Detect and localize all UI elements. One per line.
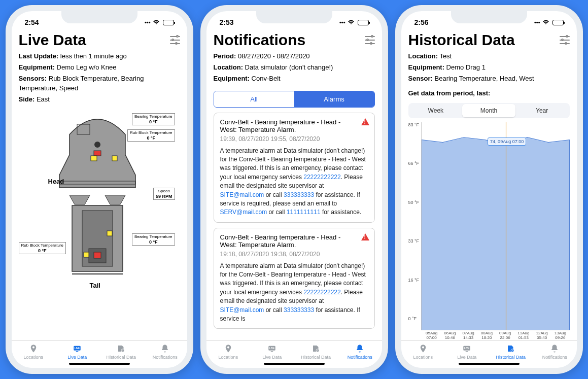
period-year[interactable]: Year bbox=[515, 104, 569, 117]
alert-icon bbox=[361, 118, 369, 125]
link[interactable]: 22222222222 bbox=[303, 289, 340, 296]
period-selector: WeekMonthYear bbox=[408, 103, 570, 118]
link[interactable]: SITE@mail.com bbox=[220, 306, 264, 314]
clock: 2:54 bbox=[25, 18, 39, 26]
tab-live-data[interactable]: LIVELive Data bbox=[445, 344, 489, 360]
x-tick: 13Aug09:26 bbox=[551, 331, 569, 340]
y-tick: 0 °F bbox=[408, 316, 420, 321]
tab-label: Locations bbox=[413, 355, 433, 360]
tab-notifications[interactable]: Notifications bbox=[338, 344, 382, 360]
tab-label: Notifications bbox=[542, 355, 567, 360]
meta-block: Location: TestEquipment: Demo Drag 1Sens… bbox=[408, 52, 570, 86]
tab-label: Live Data bbox=[67, 355, 87, 360]
tab-locations[interactable]: Locations bbox=[206, 344, 251, 360]
settings-icon[interactable] bbox=[170, 36, 180, 44]
link[interactable]: SITE@mail.com bbox=[220, 191, 264, 198]
page-title: Live Data bbox=[19, 31, 86, 49]
phone-live-data: 2:54 ••• Live Data Last Update: less the… bbox=[6, 5, 193, 374]
svg-rect-11 bbox=[94, 252, 101, 258]
meta-line: Location: Test bbox=[408, 52, 570, 61]
x-tick: 12Aug05:40 bbox=[533, 331, 551, 340]
meta-line: Equipment: Demo Leg w/o Knee bbox=[19, 63, 180, 72]
svg-point-1 bbox=[94, 142, 100, 148]
y-tick: 16 °F bbox=[408, 278, 420, 283]
seg-alarms[interactable]: Alarms bbox=[294, 91, 374, 107]
tab-live-data[interactable]: LIVELive Data bbox=[250, 344, 294, 360]
link[interactable]: 333333333 bbox=[284, 191, 314, 198]
svg-marker-6 bbox=[70, 195, 90, 204]
notification-card[interactable]: Conv-Belt - Bearing temperature - Head -… bbox=[214, 228, 375, 329]
tab-live-data[interactable]: LIVELive Data bbox=[55, 344, 99, 360]
settings-icon[interactable] bbox=[365, 36, 375, 44]
sensor-label: Speed 59 RPM bbox=[153, 188, 175, 200]
clock: 2:56 bbox=[414, 18, 429, 26]
x-tick: 09Aug22:06 bbox=[496, 331, 514, 340]
svg-rect-13 bbox=[107, 231, 112, 236]
page-title: Historical Data bbox=[408, 31, 515, 49]
tab-label: Historical Data bbox=[301, 355, 331, 360]
meta-line: Side: East bbox=[19, 95, 180, 104]
chart-tooltip: 74, 09Aug 07:00 bbox=[488, 137, 526, 146]
tab-label: Notifications bbox=[153, 355, 178, 360]
notch bbox=[451, 11, 527, 23]
tab-notifications[interactable]: Notifications bbox=[533, 344, 577, 360]
equipment-diagram: Head Tail Bearing Temperature 0 °F Rub B… bbox=[19, 109, 180, 340]
sensor-label: Bearing Temperature 0 °F bbox=[132, 113, 175, 125]
svg-marker-7 bbox=[105, 195, 125, 204]
seg-all[interactable]: All bbox=[214, 91, 294, 107]
svg-marker-21 bbox=[422, 137, 569, 330]
tab-label: Historical Data bbox=[106, 355, 136, 360]
link[interactable]: 1111111111 bbox=[287, 209, 321, 216]
tab-locations[interactable]: Locations bbox=[401, 344, 445, 360]
x-tick: 05Aug07:00 bbox=[423, 331, 441, 340]
phone-historical: 2:56 ••• Historical Data Location: TestE… bbox=[395, 5, 583, 374]
tab-label: Live Data bbox=[262, 355, 282, 360]
y-tick: 50 °F bbox=[408, 200, 420, 205]
tab-historical-data[interactable]: Historical Data bbox=[294, 344, 338, 360]
card-body: A temperature alarm at Data simulator (d… bbox=[220, 147, 368, 217]
status-icons: ••• bbox=[145, 19, 174, 25]
x-tick: 06Aug10:46 bbox=[441, 331, 459, 340]
card-title: Conv-Belt - Bearing temperature - Head -… bbox=[220, 118, 368, 133]
notifications-list[interactable]: Conv-Belt - Bearing temperature - Head -… bbox=[214, 113, 375, 340]
svg-text:LIVE: LIVE bbox=[464, 347, 469, 350]
settings-icon[interactable] bbox=[560, 36, 570, 44]
tab-locations[interactable]: Locations bbox=[12, 344, 56, 360]
x-tick: 11Aug01:53 bbox=[514, 331, 533, 340]
link[interactable]: SERV@mail.com bbox=[220, 209, 267, 216]
x-tick: 08Aug18:20 bbox=[477, 331, 496, 340]
tab-historical-data[interactable]: Historical Data bbox=[99, 344, 144, 360]
meta-line: Last Update: less then 1 minute ago bbox=[19, 52, 180, 61]
period-month[interactable]: Month bbox=[462, 104, 515, 117]
tab-label: Notifications bbox=[348, 355, 372, 360]
card-body: A temperature alarm at Data simulator (d… bbox=[220, 262, 368, 324]
meta-line: Period: 08/27/2020 - 08/27/2020 bbox=[214, 52, 375, 61]
notch bbox=[61, 11, 137, 23]
period-week[interactable]: Week bbox=[409, 104, 463, 117]
svg-text:LIVE: LIVE bbox=[269, 347, 274, 350]
tab-label: Historical Data bbox=[496, 355, 526, 360]
notification-card[interactable]: Conv-Belt - Bearing temperature - Head -… bbox=[214, 113, 375, 223]
tail-label: Tail bbox=[90, 282, 100, 289]
meta-line: Equipment: Conv-Belt bbox=[214, 74, 375, 83]
meta-line: Equipment: Demo Drag 1 bbox=[408, 63, 570, 72]
alert-icon bbox=[361, 233, 369, 240]
svg-rect-12 bbox=[84, 252, 89, 257]
y-tick: 33 °F bbox=[408, 238, 420, 244]
home-indicator bbox=[264, 363, 325, 365]
sensor-label: Bearing Temperature 0 °F bbox=[132, 233, 175, 246]
home-indicator bbox=[459, 363, 520, 365]
card-time: 19:18, 08/27/2020 19:38, 08/27/2020 bbox=[220, 251, 368, 258]
link[interactable]: 22222222222 bbox=[303, 174, 340, 181]
tab-historical-data[interactable]: Historical Data bbox=[489, 344, 533, 360]
status-icons: ••• bbox=[339, 19, 369, 25]
svg-rect-3 bbox=[91, 156, 97, 161]
y-axis: 83 °F66 °F50 °F33 °F16 °F0 °F bbox=[408, 122, 422, 331]
meta-line: Sensor: Bearing Temperature, Head, West bbox=[408, 74, 570, 83]
chart[interactable]: 83 °F66 °F50 °F33 °F16 °F0 °F 74, 09Aug … bbox=[408, 122, 570, 331]
tab-notifications[interactable]: Notifications bbox=[143, 344, 187, 360]
link[interactable]: 333333333 bbox=[284, 306, 314, 314]
meta-line: Sensors: Rub Block Temperature, Bearing … bbox=[19, 74, 180, 92]
y-tick: 83 °F bbox=[408, 122, 420, 127]
phone-notifications: 2:53 ••• Notifications Period: 08/27/202… bbox=[200, 5, 388, 374]
